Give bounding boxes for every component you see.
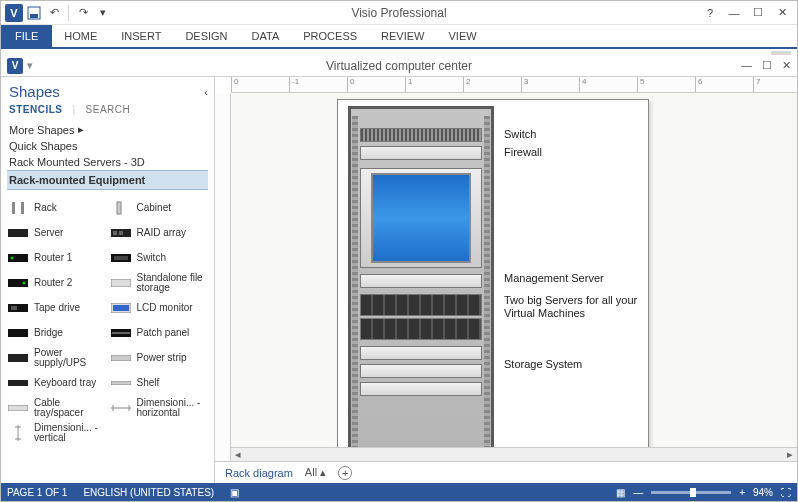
ruler-vertical: [215, 93, 231, 461]
stencil-label: Shelf: [137, 378, 160, 388]
status-page[interactable]: PAGE 1 OF 1: [7, 487, 67, 498]
svg-rect-17: [11, 306, 17, 310]
stencil-item[interactable]: Power strip: [110, 346, 213, 370]
status-bar: PAGE 1 OF 1 ENGLISH (UNITED STATES) ▣ ▦ …: [1, 483, 797, 501]
close-icon[interactable]: ✕: [775, 6, 789, 19]
maximize-icon[interactable]: ☐: [751, 6, 765, 19]
status-language[interactable]: ENGLISH (UNITED STATES): [83, 487, 214, 498]
rack-server-2[interactable]: [360, 318, 482, 340]
shapes-title: Shapes: [9, 83, 60, 100]
label-servers[interactable]: Two big Servers for all your Virtual Mac…: [504, 294, 644, 320]
stencil-item[interactable]: Switch: [110, 246, 213, 270]
view-presentation-icon[interactable]: ▦: [616, 487, 625, 498]
stencil-item[interactable]: Router 1: [7, 246, 110, 270]
group-rack-equipment[interactable]: Rack-mounted Equipment: [7, 170, 208, 190]
qat-dropdown-icon[interactable]: ▾: [94, 4, 112, 22]
scroll-right-icon[interactable]: ▸: [783, 448, 797, 461]
label-storage[interactable]: Storage System: [504, 358, 644, 371]
tab-data[interactable]: DATA: [240, 25, 292, 47]
window-controls: ? — ☐ ✕: [703, 6, 797, 19]
rack-storage-2[interactable]: [360, 364, 482, 378]
stencil-item[interactable]: Patch panel: [110, 321, 213, 345]
redo-icon[interactable]: ↷: [74, 4, 92, 22]
minimize-icon[interactable]: —: [727, 7, 741, 19]
doc-close-icon[interactable]: ✕: [782, 59, 791, 72]
svg-point-10: [11, 257, 14, 260]
stencil-item[interactable]: Standalone file storage: [110, 271, 213, 295]
svg-rect-2: [12, 202, 15, 214]
rack-storage-1[interactable]: [360, 346, 482, 360]
rack-monitor[interactable]: [360, 168, 482, 268]
tab-search[interactable]: SEARCH: [86, 104, 131, 115]
tab-stencils[interactable]: STENCILS: [9, 104, 62, 115]
page-tab-active[interactable]: Rack diagram: [225, 467, 293, 479]
stencil-label: Router 1: [34, 253, 72, 263]
undo-icon[interactable]: ↶: [45, 4, 63, 22]
fit-page-icon[interactable]: ⛶: [781, 487, 791, 498]
tab-insert[interactable]: INSERT: [109, 25, 173, 47]
stencil-item[interactable]: Shelf: [110, 371, 213, 395]
rack-storage-3[interactable]: [360, 382, 482, 396]
stencil-item[interactable]: RAID array: [110, 221, 213, 245]
stencil-item[interactable]: Dimensioni... - horizontal: [110, 396, 213, 420]
stencil-item[interactable]: Router 2: [7, 271, 110, 295]
svg-rect-12: [114, 256, 128, 260]
quick-access-toolbar: V ↶ ↷ ▾: [1, 4, 112, 22]
stencil-item[interactable]: LCD monitor: [110, 296, 213, 320]
label-firewall[interactable]: Firewall: [504, 146, 644, 159]
horizontal-scrollbar[interactable]: ◂ ▸: [231, 447, 797, 461]
help-icon[interactable]: ?: [703, 7, 717, 19]
rack-switch[interactable]: [360, 128, 482, 142]
tab-view[interactable]: VIEW: [436, 25, 488, 47]
svg-rect-1: [30, 14, 38, 18]
scroll-left-icon[interactable]: ◂: [231, 448, 245, 461]
zoom-in-icon[interactable]: +: [739, 487, 745, 498]
stencil-label: Keyboard tray: [34, 378, 96, 388]
stencil-item[interactable]: Power supply/UPS: [7, 346, 110, 370]
label-switch[interactable]: Switch: [504, 128, 644, 141]
drawing-canvas[interactable]: Switch Firewall Management Server Two bi…: [231, 93, 797, 461]
zoom-level[interactable]: 94%: [753, 487, 773, 498]
doc-minimize-icon[interactable]: —: [741, 59, 752, 72]
stencil-icon: [7, 225, 29, 241]
stencil-item[interactable]: Rack: [7, 196, 110, 220]
tab-process[interactable]: PROCESS: [291, 25, 369, 47]
tab-home[interactable]: HOME: [52, 25, 109, 47]
stencil-icon: [7, 375, 29, 391]
group-quick-shapes[interactable]: Quick Shapes: [7, 138, 212, 154]
stencil-item[interactable]: Server: [7, 221, 110, 245]
doc-dropdown-icon[interactable]: ▾: [27, 59, 33, 72]
add-page-button[interactable]: +: [338, 466, 352, 480]
stencil-item[interactable]: Cable tray/spacer: [7, 396, 110, 420]
macro-record-icon[interactable]: ▣: [230, 487, 239, 498]
rack-diagram[interactable]: [348, 106, 494, 461]
collapse-panel-icon[interactable]: ‹: [204, 86, 208, 98]
rack-server-1[interactable]: [360, 294, 482, 316]
drawing-page[interactable]: Switch Firewall Management Server Two bi…: [337, 99, 649, 461]
stencil-item[interactable]: Cabinet: [110, 196, 213, 220]
save-icon[interactable]: [25, 4, 43, 22]
stencil-item[interactable]: Keyboard tray: [7, 371, 110, 395]
label-mgmt[interactable]: Management Server: [504, 272, 644, 285]
file-tab[interactable]: FILE: [1, 25, 52, 47]
tab-design[interactable]: DESIGN: [173, 25, 239, 47]
document-title: Virtualized computer center: [326, 59, 472, 73]
zoom-slider[interactable]: [651, 491, 731, 494]
stencil-label: Cabinet: [137, 203, 171, 213]
stencil-icon: [110, 375, 132, 391]
stencil-item[interactable]: Bridge: [7, 321, 110, 345]
stencil-item[interactable]: Tape drive: [7, 296, 110, 320]
doc-maximize-icon[interactable]: ☐: [762, 59, 772, 72]
group-more-shapes[interactable]: More Shapes ▸: [7, 121, 212, 138]
rack-mgmt-server[interactable]: [360, 274, 482, 288]
svg-rect-15: [111, 279, 131, 287]
stencil-label: Standalone file storage: [137, 273, 213, 293]
stencil-label: Server: [34, 228, 63, 238]
zoom-out-icon[interactable]: —: [633, 487, 643, 498]
rack-firewall[interactable]: [360, 146, 482, 160]
stencil-item[interactable]: Dimensioni... - vertical: [7, 421, 110, 445]
tab-review[interactable]: REVIEW: [369, 25, 436, 47]
app-title: Visio Professional: [351, 6, 446, 20]
group-rack-3d[interactable]: Rack Mounted Servers - 3D: [7, 154, 212, 170]
page-tab-all[interactable]: All ▴: [305, 466, 326, 479]
